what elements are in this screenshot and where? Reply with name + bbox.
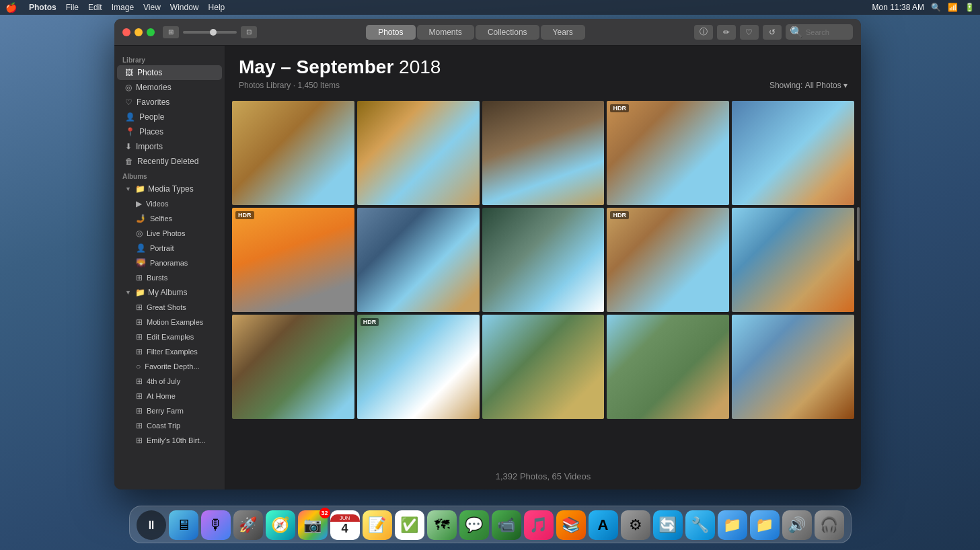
appstore-icon: A bbox=[598, 516, 609, 534]
places-icon: 📍 bbox=[125, 127, 135, 136]
showing-filter[interactable]: Showing: All Photos ▾ bbox=[769, 81, 847, 90]
menubar-view[interactable]: View bbox=[143, 3, 161, 12]
dock-item-safari[interactable]: 🧭 bbox=[266, 510, 295, 540]
photo-cell-10[interactable] bbox=[732, 208, 854, 312]
dock-item-facetime[interactable]: 📹 bbox=[492, 510, 521, 540]
search-input[interactable] bbox=[806, 28, 853, 36]
sidebar-item-at-home[interactable]: ⊞ At Home bbox=[117, 389, 222, 403]
sidebar-item-great-shots[interactable]: ⊞ Great Shots bbox=[117, 300, 222, 315]
dock-item-messages[interactable]: 💬 bbox=[459, 510, 489, 540]
app-window: ⊞ ⊡ Photos Moments Collections Years ⓘ ✏… bbox=[114, 19, 861, 489]
dock-item-volume[interactable]: 🔊 bbox=[782, 510, 812, 540]
photo-cell-9[interactable]: HDR bbox=[607, 208, 729, 312]
dock-item-xcode-tools[interactable]: 🔧 bbox=[685, 510, 715, 540]
my-albums-header[interactable]: ▼ 📁 My Albums bbox=[117, 285, 222, 300]
fullscreen-button[interactable]: ⊡ bbox=[241, 26, 257, 38]
dock-item-launchpad[interactable]: 🚀 bbox=[233, 510, 263, 540]
sidebar-item-portrait[interactable]: 👤 Portrait bbox=[117, 241, 222, 256]
photo-cell-6[interactable]: HDR bbox=[232, 208, 354, 312]
scrollbar-thumb[interactable] bbox=[857, 207, 860, 261]
tab-moments[interactable]: Moments bbox=[417, 25, 474, 40]
scrollbar-track[interactable] bbox=[856, 46, 861, 489]
finder-icon: 🖥 bbox=[176, 516, 191, 534]
dock-item-music[interactable]: 🎵 bbox=[524, 510, 554, 540]
dock-item-notes[interactable]: 📝 bbox=[363, 510, 392, 540]
title-year: 2018 bbox=[399, 56, 441, 77]
photo-cell-15[interactable] bbox=[732, 315, 854, 419]
dock-item-appstore[interactable]: A bbox=[589, 510, 618, 540]
photo-cell-14[interactable] bbox=[607, 315, 729, 419]
reminders-icon: ✅ bbox=[400, 516, 418, 534]
dock-item-siri[interactable]: 🎙 bbox=[201, 510, 231, 540]
sidebar-item-bursts[interactable]: ⊞ Bursts bbox=[117, 270, 222, 285]
dock-item-calendar[interactable]: JUN 4 bbox=[330, 510, 360, 540]
menubar-file[interactable]: File bbox=[66, 3, 79, 12]
sidebar-item-imports[interactable]: ⬇ Imports bbox=[117, 139, 222, 154]
dock-item-system-pref[interactable]: ⚙ bbox=[621, 510, 650, 540]
sidebar-item-coast-trip[interactable]: ⊞ Coast Trip bbox=[117, 418, 222, 433]
sidebar-item-edit-examples[interactable]: ⊞ Edit Examples bbox=[117, 329, 222, 344]
sidebar-item-motion-examples[interactable]: ⊞ Motion Examples bbox=[117, 315, 222, 329]
sidebar-item-4th-july[interactable]: ⊞ 4th of July bbox=[117, 374, 222, 389]
dock-item-migration[interactable]: 🔄 bbox=[653, 510, 683, 540]
photo-cell-7[interactable] bbox=[357, 208, 480, 312]
menubar-search-icon[interactable]: 🔍 bbox=[931, 3, 941, 12]
sidebar-item-memories[interactable]: ◎ Memories bbox=[117, 80, 222, 95]
tab-photos[interactable]: Photos bbox=[366, 25, 415, 40]
dock-item-folder1[interactable]: 📁 bbox=[718, 510, 747, 540]
menubar-app-name[interactable]: Photos bbox=[29, 3, 56, 12]
dock-item-headphones[interactable]: 🎧 bbox=[815, 510, 844, 540]
dock-item-books[interactable]: 📚 bbox=[556, 510, 586, 540]
search-box[interactable]: 🔍 bbox=[786, 24, 853, 40]
photo-cell-2[interactable] bbox=[357, 101, 480, 205]
sidebar-item-favorites[interactable]: ♡ Favorites bbox=[117, 95, 222, 110]
tab-years[interactable]: Years bbox=[541, 25, 585, 40]
photo-cell-1[interactable] bbox=[232, 101, 354, 205]
minimize-button[interactable] bbox=[135, 28, 143, 36]
sidebar-item-photos[interactable]: 🖼 Photos bbox=[117, 65, 222, 80]
books-icon: 📚 bbox=[562, 516, 580, 534]
rotate-button[interactable]: ↺ bbox=[763, 25, 782, 40]
sidebar-item-videos[interactable]: ▶ Videos bbox=[117, 196, 222, 211]
edit-button[interactable]: ✏ bbox=[717, 25, 736, 40]
menubar-edit[interactable]: Edit bbox=[88, 3, 102, 12]
media-types-header[interactable]: ▼ 📁 Media Types bbox=[117, 182, 222, 196]
dock-item-finder[interactable]: 🖥 bbox=[169, 510, 198, 540]
photo-cell-11[interactable] bbox=[232, 315, 354, 419]
imports-icon: ⬇ bbox=[125, 142, 132, 151]
tab-collections[interactable]: Collections bbox=[476, 25, 539, 40]
menubar-window[interactable]: Window bbox=[170, 3, 199, 12]
menubar-image[interactable]: Image bbox=[112, 3, 134, 12]
sidebar-item-people[interactable]: 👤 People bbox=[117, 110, 222, 124]
sidebar-item-emily[interactable]: ⊞ Emily's 10th Birt... bbox=[117, 433, 222, 448]
sidebar-item-filter-examples[interactable]: ⊞ Filter Examples bbox=[117, 344, 222, 359]
menubar-help[interactable]: Help bbox=[209, 3, 225, 12]
sidebar-toggle-button[interactable]: ⊞ bbox=[163, 26, 179, 38]
sidebar-item-recently-deleted[interactable]: 🗑 Recently Deleted bbox=[117, 154, 222, 169]
photo-cell-8[interactable] bbox=[482, 208, 605, 312]
maximize-button[interactable] bbox=[147, 28, 155, 36]
close-button[interactable] bbox=[122, 28, 130, 36]
photo-cell-5[interactable] bbox=[732, 101, 854, 205]
dock-pause-button[interactable]: ⏸ bbox=[137, 510, 166, 540]
sidebar-item-berry-farm[interactable]: ⊞ Berry Farm bbox=[117, 403, 222, 418]
photo-cell-12[interactable]: HDR bbox=[357, 315, 480, 419]
sidebar-item-selfies[interactable]: 🤳 Selfies bbox=[117, 211, 222, 226]
dock-item-photos[interactable]: 📷 32 bbox=[298, 510, 328, 540]
dock-item-folder2[interactable]: 📁 bbox=[750, 510, 780, 540]
photo-cell-13[interactable] bbox=[482, 315, 605, 419]
sidebar-item-favorite-depth[interactable]: ○ Favorite Depth... bbox=[117, 359, 222, 374]
photo-cell-4[interactable]: HDR bbox=[607, 101, 729, 205]
sidebar-item-live-photos[interactable]: ◎ Live Photos bbox=[117, 226, 222, 241]
zoom-slider[interactable] bbox=[183, 31, 237, 34]
filter-examples-icon: ⊞ bbox=[136, 347, 143, 356]
sidebar-item-places[interactable]: 📍 Places bbox=[117, 124, 222, 139]
photo-cell-3[interactable] bbox=[482, 101, 605, 205]
sidebar-item-panoramas[interactable]: 🌄 Panoramas bbox=[117, 256, 222, 270]
apple-menu[interactable]: 🍎 bbox=[5, 2, 17, 13]
dock-item-reminders[interactable]: ✅ bbox=[395, 510, 424, 540]
share-button[interactable]: ♡ bbox=[740, 25, 759, 40]
motion-examples-icon: ⊞ bbox=[136, 317, 143, 327]
info-button[interactable]: ⓘ bbox=[694, 25, 713, 40]
dock-item-maps[interactable]: 🗺 bbox=[427, 510, 457, 540]
